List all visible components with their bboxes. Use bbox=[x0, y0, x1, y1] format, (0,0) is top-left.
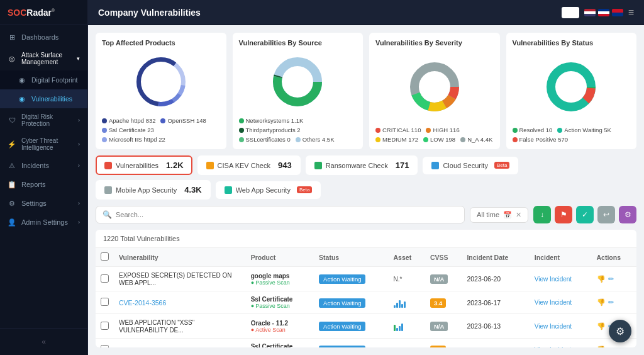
select-all-checkbox[interactable] bbox=[101, 252, 109, 261]
color-dot bbox=[239, 128, 244, 133]
tab-vulnerabilities[interactable]: Vulnerabilities 1.2K bbox=[96, 155, 192, 175]
view-incident-link[interactable]: View Incident bbox=[535, 299, 587, 306]
donut-svg-2 bbox=[269, 54, 326, 110]
thumb-down-icon[interactable]: 👎 bbox=[597, 346, 606, 347]
sidebar-item-admin[interactable]: 👤 Admin Settings › bbox=[0, 213, 87, 232]
chevron-icon: › bbox=[78, 200, 80, 206]
asm-submenu: ◉ Digital Footprint ◉ Vulnerabilities bbox=[0, 70, 87, 108]
cve-link[interactable]: CVE-2014-3566 bbox=[119, 346, 166, 348]
chart-title-3: Vulnerabilities By Severity bbox=[375, 39, 494, 47]
sidebar-item-vulnerabilities[interactable]: ◉ Vulnerabilities bbox=[0, 89, 87, 108]
topbar-menu-icon[interactable]: ≡ bbox=[628, 7, 634, 18]
floating-settings-button[interactable]: ⚙ bbox=[609, 320, 631, 342]
sidebar: SOCRadar® ⊞ Dashboards ◎ Attack Surface … bbox=[0, 0, 88, 355]
tab-mobile[interactable]: Mobile App Security 4.3K bbox=[96, 180, 211, 200]
legend-item: MEDIUM 172 bbox=[375, 136, 418, 143]
donut-svg-4 bbox=[543, 59, 599, 115]
color-dot bbox=[239, 118, 244, 123]
legend-item: CRITICAL 110 bbox=[375, 127, 421, 133]
shield-icon: 🛡 bbox=[8, 116, 16, 125]
cvss-badge: N/A bbox=[430, 274, 448, 284]
chart-title-2: Vulnerabilities By Source bbox=[239, 39, 357, 47]
table-section: 1220 Total Vulnerabilities Vulnerability… bbox=[96, 230, 636, 347]
vuln-name: WEB APPLICATION "XSS" VULNERABILITY DE..… bbox=[114, 314, 246, 339]
donut-chart-3 bbox=[375, 50, 494, 123]
tab-label-6: Web App Security bbox=[236, 186, 291, 194]
flag3-icon bbox=[612, 9, 623, 16]
view-incident-link[interactable]: View Incident bbox=[535, 276, 587, 283]
tab-ransomware[interactable]: Ransomware Check 171 bbox=[306, 155, 418, 175]
view-incident-link[interactable]: View Incident bbox=[535, 323, 587, 330]
edit-icon[interactable]: ✏ bbox=[608, 275, 614, 283]
vuln-name: CVE-2014-3566 bbox=[114, 291, 246, 314]
view-incident-link[interactable]: View Incident bbox=[535, 346, 587, 347]
sidebar-item-settings[interactable]: ⚙ Settings › bbox=[0, 194, 87, 213]
row-checkbox[interactable] bbox=[96, 267, 114, 291]
sidebar-item-asm[interactable]: ◎ Attack Surface Management ▾ bbox=[0, 47, 87, 70]
settings-filter-button[interactable]: ⚙ bbox=[619, 206, 636, 223]
beta-badge-2: Beta bbox=[297, 186, 312, 193]
tab-webapp[interactable]: Web App Security Beta bbox=[216, 181, 321, 199]
table-row: WEB APPLICATION "XSS" VULNERABILITY DE..… bbox=[96, 314, 636, 339]
product-cell: Oracle - 11.2 ● Active Scan bbox=[246, 314, 314, 339]
us-flag-icon bbox=[584, 9, 596, 16]
sidebar-item-dashboards[interactable]: ⊞ Dashboards bbox=[0, 28, 87, 47]
main-content: Company Vulnerabilities ≡ Top Affected P… bbox=[88, 0, 644, 355]
status-badge: Action Waiting bbox=[319, 322, 365, 331]
tab-cloud[interactable]: Cloud Security Beta bbox=[423, 157, 518, 174]
thumb-down-icon[interactable]: 👎 bbox=[597, 322, 606, 330]
clear-icon[interactable]: ✕ bbox=[516, 211, 521, 219]
back-button[interactable]: ↩ bbox=[597, 206, 615, 223]
sidebar-collapse-button[interactable]: « bbox=[0, 334, 87, 350]
by-source-card: Vulnerabilities By Source Networksystems… bbox=[233, 33, 364, 149]
legend-item: Thirdpartyproducts 2 bbox=[239, 127, 301, 133]
sidebar-item-cti[interactable]: ⚡ Cyber Threat Intelligence › bbox=[0, 132, 87, 156]
status-badge: Action Waiting bbox=[319, 274, 365, 284]
edit-icon[interactable]: ✏ bbox=[608, 298, 614, 307]
sidebar-item-incidents[interactable]: ⚠ Incidents › bbox=[0, 156, 87, 175]
thumb-down-icon[interactable]: 👎 bbox=[597, 275, 606, 283]
donut-chart-2 bbox=[239, 50, 357, 113]
cve-link[interactable]: CVE-2014-3566 bbox=[119, 299, 166, 307]
tab-dot-1 bbox=[104, 162, 112, 169]
user-avatar[interactable] bbox=[562, 7, 579, 18]
cvss-badge: 3.4 bbox=[430, 298, 446, 308]
legend-item: OpenSSH 148 bbox=[160, 117, 206, 124]
legend-item: Microsoft IIS httpd 22 bbox=[102, 136, 165, 143]
download-button[interactable]: ↓ bbox=[533, 206, 551, 223]
row-checkbox[interactable] bbox=[96, 291, 114, 314]
asset-cell bbox=[389, 314, 425, 339]
search-box[interactable]: 🔍 bbox=[96, 206, 465, 223]
vuln-icon: ◉ bbox=[18, 94, 26, 103]
sidebar-item-drp[interactable]: 🛡 Digital Risk Protection › bbox=[0, 108, 87, 132]
tab-label-5: Mobile App Security bbox=[116, 186, 177, 194]
thumb-down-icon[interactable]: 👎 bbox=[597, 298, 606, 307]
vuln-name: EXPOSED SECRET(S) DETECTED ON WEB APPL..… bbox=[114, 267, 246, 291]
th-cvss: CVSS bbox=[425, 248, 462, 267]
th-asset: Asset bbox=[389, 248, 425, 267]
check-button[interactable]: ✓ bbox=[576, 206, 594, 223]
color-dot bbox=[513, 137, 518, 142]
color-dot bbox=[102, 118, 107, 123]
flag-button[interactable]: ⚑ bbox=[555, 206, 572, 223]
row-checkbox[interactable] bbox=[96, 314, 114, 339]
logo: SOCRadar® bbox=[0, 0, 87, 25]
vulnerabilities-table: Vulnerability Product Status Asset CVSS … bbox=[96, 248, 636, 347]
search-input[interactable] bbox=[116, 211, 458, 218]
chevron-icon: › bbox=[78, 219, 80, 225]
tab-count-1: 1.2K bbox=[166, 161, 183, 170]
asset-cell bbox=[389, 339, 425, 348]
date-filter-label: All time bbox=[477, 211, 499, 218]
sidebar-item-label: Digital Risk Protection bbox=[21, 113, 73, 127]
edit-icon[interactable]: ✏ bbox=[608, 346, 614, 347]
charts-row: Top Affected Products Apache httpd 832 O bbox=[96, 33, 636, 149]
footprint-icon: ◉ bbox=[18, 76, 26, 84]
tab-count-5: 4.3K bbox=[184, 185, 201, 194]
sidebar-item-digital-footprint[interactable]: ◉ Digital Footprint bbox=[0, 70, 87, 89]
sidebar-item-reports[interactable]: 📋 Reports bbox=[0, 175, 87, 194]
row-checkbox[interactable] bbox=[96, 339, 114, 348]
sidebar-item-label: Cyber Threat Intelligence bbox=[21, 137, 73, 151]
date-filter[interactable]: All time 📅 ✕ bbox=[470, 207, 528, 223]
tab-cisa[interactable]: CISA KEV Check 943 bbox=[197, 155, 301, 175]
table-scroll[interactable]: Vulnerability Product Status Asset CVSS … bbox=[96, 248, 636, 347]
